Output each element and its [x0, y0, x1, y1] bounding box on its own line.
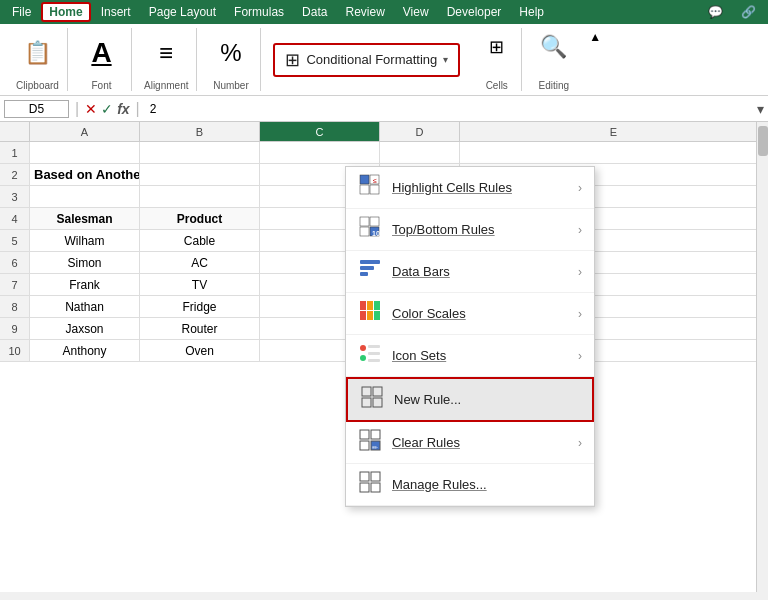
- svg-rect-36: [371, 483, 380, 492]
- number-icon[interactable]: %: [220, 28, 241, 78]
- cell-c7-tv[interactable]: TV: [140, 274, 260, 296]
- svg-rect-7: [360, 227, 369, 236]
- alignment-group: ≡ Alignment: [136, 28, 197, 91]
- row-num-3: 3: [0, 186, 30, 208]
- alignment-icon[interactable]: ≡: [159, 28, 173, 78]
- cell-b10-anthony[interactable]: Anthony: [30, 340, 140, 362]
- topbottom-icon: 10: [358, 216, 382, 243]
- cell-b7-frank[interactable]: Frank: [30, 274, 140, 296]
- formula-confirm[interactable]: ✓: [101, 101, 113, 117]
- colorscales-arrow: ›: [578, 307, 582, 321]
- cf-dropdown-arrow: ▾: [443, 54, 448, 65]
- highlight-label: Highlight Cells Rules: [392, 180, 568, 195]
- svg-rect-30: [360, 441, 369, 450]
- svg-rect-15: [374, 301, 380, 310]
- menu-insert[interactable]: Insert: [93, 2, 139, 22]
- share-icon[interactable]: 🔗: [733, 2, 764, 22]
- cell-b8-nathan[interactable]: Nathan: [30, 296, 140, 318]
- formula-cancel[interactable]: ✕: [85, 101, 97, 117]
- cell-a1[interactable]: [30, 142, 140, 164]
- svg-rect-10: [360, 260, 380, 264]
- name-box[interactable]: [4, 100, 69, 118]
- scrollbar-thumb[interactable]: [758, 126, 768, 156]
- font-icon[interactable]: A: [91, 28, 111, 78]
- iconsets-arrow: ›: [578, 349, 582, 363]
- cf-label: Conditional Formatting: [306, 52, 437, 67]
- cell-c8-fridge[interactable]: Fridge: [140, 296, 260, 318]
- databars-arrow: ›: [578, 265, 582, 279]
- col-header-d[interactable]: D: [380, 122, 460, 141]
- menu-home[interactable]: Home: [41, 2, 90, 22]
- cell-b2-title[interactable]: Based on Another C: [30, 164, 140, 186]
- row-num-10: 10: [0, 340, 30, 362]
- svg-rect-3: [370, 185, 379, 194]
- cell-c5-cable[interactable]: Cable: [140, 230, 260, 252]
- svg-rect-11: [360, 266, 374, 270]
- menu-item-managerules[interactable]: Manage Rules...: [346, 464, 594, 506]
- cell-b3[interactable]: [30, 186, 140, 208]
- cell-c2[interactable]: [140, 164, 260, 186]
- number-group: % Number: [201, 28, 261, 91]
- svg-rect-17: [367, 311, 373, 320]
- menu-item-colorscales[interactable]: Color Scales ›: [346, 293, 594, 335]
- svg-rect-21: [368, 345, 380, 348]
- svg-rect-28: [360, 430, 369, 439]
- col-header-a[interactable]: A: [30, 122, 140, 141]
- table-row: 1: [0, 142, 768, 164]
- menu-review[interactable]: Review: [337, 2, 392, 22]
- svg-point-20: [360, 355, 366, 361]
- menu-item-databars[interactable]: Data Bars ›: [346, 251, 594, 293]
- formula-expand-icon[interactable]: ▾: [757, 101, 764, 117]
- cell-b1[interactable]: [140, 142, 260, 164]
- menu-help[interactable]: Help: [511, 2, 552, 22]
- row-num-9: 9: [0, 318, 30, 340]
- formula-input[interactable]: [146, 102, 753, 116]
- menu-item-clearrules[interactable]: ✏ Clear Rules ›: [346, 422, 594, 464]
- cell-c1[interactable]: [260, 142, 380, 164]
- cell-c3[interactable]: [140, 186, 260, 208]
- vertical-scrollbar[interactable]: [756, 122, 768, 592]
- menu-data[interactable]: Data: [294, 2, 335, 22]
- clearrules-arrow: ›: [578, 436, 582, 450]
- font-group: A Font: [72, 28, 132, 91]
- col-header-b[interactable]: B: [140, 122, 260, 141]
- clipboard-icon[interactable]: 📋: [24, 28, 51, 78]
- cell-b9-jaxson[interactable]: Jaxson: [30, 318, 140, 340]
- topbottom-label: Top/Bottom Rules: [392, 222, 568, 237]
- editing-label: Editing: [538, 80, 569, 91]
- menu-item-highlight[interactable]: ≤ Highlight Cells Rules ›: [346, 167, 594, 209]
- ribbon-scroll-up[interactable]: ▲: [589, 28, 601, 91]
- cells-icon[interactable]: ⊞: [489, 36, 504, 58]
- cell-c6-ac[interactable]: AC: [140, 252, 260, 274]
- formula-fx-icon[interactable]: fx: [117, 101, 129, 117]
- row-num-5: 5: [0, 230, 30, 252]
- menu-formulas[interactable]: Formulas: [226, 2, 292, 22]
- formula-separator: |: [73, 100, 81, 118]
- cell-c4-product[interactable]: Product: [140, 208, 260, 230]
- menu-item-newrule[interactable]: New Rule...: [346, 377, 594, 422]
- col-header-c[interactable]: C: [260, 122, 380, 141]
- cell-c10-oven[interactable]: Oven: [140, 340, 260, 362]
- cell-b5-wilham[interactable]: Wilham: [30, 230, 140, 252]
- menu-developer[interactable]: Developer: [439, 2, 510, 22]
- menu-pagelayout[interactable]: Page Layout: [141, 2, 224, 22]
- clearrules-label: Clear Rules: [392, 435, 568, 450]
- cell-b4-salesman[interactable]: Salesman: [30, 208, 140, 230]
- menu-file[interactable]: File: [4, 2, 39, 22]
- menu-item-iconsets[interactable]: Icon Sets ›: [346, 335, 594, 377]
- svg-rect-13: [360, 301, 366, 310]
- row-num-8: 8: [0, 296, 30, 318]
- cell-e1[interactable]: [460, 142, 768, 164]
- cell-d1[interactable]: [380, 142, 460, 164]
- svg-rect-14: [367, 301, 373, 310]
- topbottom-arrow: ›: [578, 223, 582, 237]
- editing-search-icon[interactable]: 🔍: [540, 34, 567, 60]
- col-header-e[interactable]: E: [460, 122, 768, 141]
- comment-icon[interactable]: 💬: [700, 2, 731, 22]
- menu-view[interactable]: View: [395, 2, 437, 22]
- cell-b6-simon[interactable]: Simon: [30, 252, 140, 274]
- menu-item-topbottom[interactable]: 10 Top/Bottom Rules ›: [346, 209, 594, 251]
- conditional-formatting-button[interactable]: ⊞ Conditional Formatting ▾: [273, 43, 460, 77]
- cell-c9-router[interactable]: Router: [140, 318, 260, 340]
- row-num-4: 4: [0, 208, 30, 230]
